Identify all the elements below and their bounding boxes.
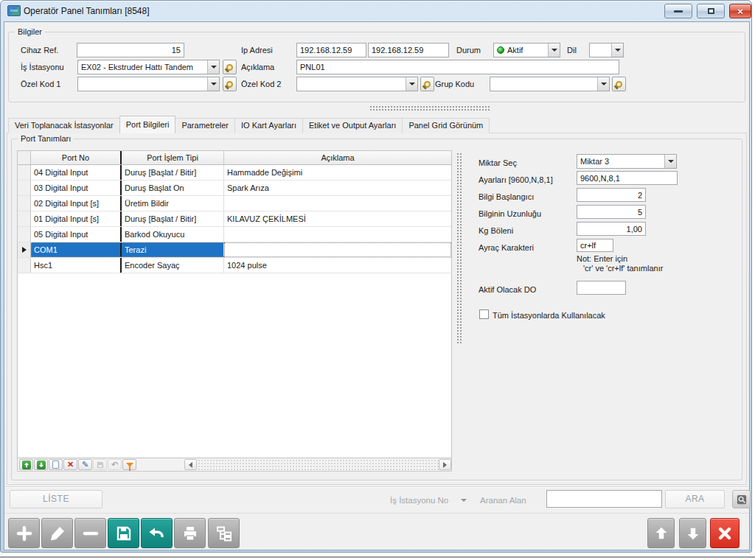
is-istasyonu-lookup-button[interactable]: [223, 60, 237, 74]
durum-combobox[interactable]: Aktif: [493, 43, 560, 57]
add-row-button[interactable]: [49, 459, 63, 470]
search-input[interactable]: [546, 490, 662, 508]
grid-cell[interactable]: Hsc1: [31, 258, 122, 273]
table-row[interactable]: 05 Digital InputBarkod Okuyucu: [18, 227, 451, 242]
print-button[interactable]: [174, 518, 206, 548]
tab-3[interactable]: IO Kart Ayarları: [234, 118, 303, 133]
ayarlari-input[interactable]: [577, 171, 678, 185]
aktif-olacak-do-input[interactable]: [577, 281, 626, 295]
hscroll-right-button[interactable]: [439, 459, 451, 470]
delete-button[interactable]: [74, 518, 106, 548]
column-header-1[interactable]: Port İşlem Tipi: [122, 151, 224, 164]
search-field-selector-label[interactable]: İş İstasyonu No: [390, 494, 448, 506]
aciklama-input[interactable]: [296, 60, 619, 74]
grid-cell[interactable]: [224, 196, 451, 211]
chevron-down-icon[interactable]: [461, 499, 467, 502]
grid-cell[interactable]: 05 Digital Input: [31, 227, 122, 242]
horizontal-splitter-grip[interactable]: [369, 105, 491, 111]
hscroll-track[interactable]: [198, 459, 439, 470]
row-indicator-cell: [18, 181, 31, 195]
dil-dropdown-button[interactable]: [611, 43, 623, 57]
vertical-splitter-grip[interactable]: [456, 153, 462, 344]
tab-5[interactable]: Panel Grid Görünüm: [402, 118, 490, 133]
table-row[interactable]: 02 Digital Input [s]Üretim Bildir: [18, 196, 451, 211]
ozel-kod1-combobox[interactable]: [77, 77, 220, 91]
table-row[interactable]: 04 Digital InputDuruş [Başlat / Bitir]Ha…: [18, 165, 451, 181]
ara-button[interactable]: ARA: [665, 490, 725, 508]
save-row-button[interactable]: [93, 459, 107, 470]
undo-row-button[interactable]: ↶: [108, 459, 122, 470]
table-row[interactable]: 03 Digital InputDuruş Başlat OnSpark Arı…: [18, 181, 451, 196]
table-row[interactable]: COM1Terazi: [18, 242, 451, 258]
grid-cell[interactable]: 01 Digital Input [s]: [31, 211, 122, 226]
cihaz-ref-input[interactable]: [77, 43, 184, 57]
grid-cell[interactable]: 03 Digital Input: [31, 181, 122, 195]
move-down-button[interactable]: [679, 518, 706, 548]
ozel-kod2-lookup-button[interactable]: [420, 77, 434, 91]
grid-cell[interactable]: Spark Arıza: [224, 181, 451, 195]
bilgi-baslangici-input[interactable]: [577, 188, 646, 202]
ozel-kod2-combobox[interactable]: [296, 77, 418, 91]
filter-button[interactable]: [122, 459, 136, 470]
restore-button[interactable]: [697, 4, 725, 18]
row-move-down-button[interactable]: [34, 459, 48, 470]
ozel-kod1-dropdown-button[interactable]: [207, 77, 219, 91]
ozel-kod2-dropdown-button[interactable]: [406, 77, 417, 91]
table-row[interactable]: Hsc1Encoder Sayaç1024 pulse: [18, 258, 451, 273]
grid-cell[interactable]: Üretim Bildir: [122, 196, 224, 211]
grid-cell[interactable]: Duruş [Başlat / Bitir]: [122, 165, 224, 180]
grid-cell[interactable]: Terazi: [122, 242, 224, 257]
find-button[interactable]: [732, 490, 751, 508]
ip-adresi-input-2[interactable]: [368, 43, 449, 57]
tab-1[interactable]: Port Bilgileri: [119, 116, 176, 133]
grid-cell[interactable]: 1024 pulse: [224, 258, 451, 273]
miktar-sec-combobox[interactable]: Miktar 3: [577, 154, 677, 169]
delete-row-button[interactable]: ✕: [63, 459, 77, 470]
tab-2[interactable]: Parametreler: [175, 118, 235, 133]
column-header-2[interactable]: Açıklama: [224, 151, 451, 164]
ayrac-karakteri-input[interactable]: [577, 239, 613, 252]
durum-dropdown-button[interactable]: [548, 43, 560, 57]
ozel-kod1-lookup-button[interactable]: [223, 77, 237, 91]
edit-button[interactable]: [41, 518, 73, 548]
grid-cell[interactable]: [224, 242, 451, 257]
save-button[interactable]: [108, 518, 139, 548]
ip-adresi-input-1[interactable]: [296, 43, 366, 57]
column-header-0[interactable]: Port No: [31, 151, 122, 164]
move-up-button[interactable]: [647, 518, 675, 548]
tree-view-button[interactable]: [208, 518, 240, 548]
kg-boleni-input[interactable]: [577, 222, 646, 236]
row-move-up-button[interactable]: [19, 459, 33, 470]
grid-cell[interactable]: Barkod Okuyucu: [122, 227, 224, 242]
exit-button[interactable]: [710, 518, 740, 548]
minimize-button[interactable]: [664, 4, 692, 18]
miktar-sec-dropdown-button[interactable]: [664, 155, 676, 168]
add-button[interactable]: [8, 518, 40, 548]
grid-cell[interactable]: Duruş [Başlat / Bitir]: [122, 211, 224, 226]
row-indicator-cell: [18, 227, 31, 242]
liste-button[interactable]: LİSTE: [10, 490, 102, 508]
edit-row-button[interactable]: ✎: [78, 459, 92, 470]
dil-combobox[interactable]: [589, 43, 624, 57]
grid-cell[interactable]: Encoder Sayaç: [122, 258, 224, 273]
grid-cell[interactable]: KILAVUZ ÇEKİLMESİ: [224, 211, 451, 226]
grid-cell[interactable]: Hammadde Değişimi: [224, 165, 451, 180]
bilginin-uzunlugu-input[interactable]: [577, 205, 646, 219]
table-row[interactable]: 01 Digital Input [s]Duruş [Başlat / Biti…: [18, 211, 451, 227]
is-istasyonu-combobox[interactable]: EX02 - Ekstruder Hattı Tandem: [77, 60, 220, 74]
grid-cell[interactable]: COM1: [31, 242, 122, 257]
tum-istasyonlarda-checkbox[interactable]: [479, 309, 489, 319]
grid-cell[interactable]: Duruş Başlat On: [122, 181, 224, 195]
grid-cell[interactable]: 02 Digital Input [s]: [31, 196, 122, 211]
grup-kodu-dropdown-button[interactable]: [597, 77, 609, 91]
tab-4[interactable]: Etiket ve Output Ayarları: [302, 118, 403, 133]
undo-button[interactable]: [141, 518, 173, 548]
grup-kodu-lookup-button[interactable]: [612, 77, 626, 91]
is-istasyonu-dropdown-button[interactable]: [207, 60, 219, 74]
grid-cell[interactable]: 04 Digital Input: [31, 165, 122, 180]
grid-cell[interactable]: [224, 227, 451, 242]
hscroll-left-button[interactable]: [184, 459, 197, 470]
grup-kodu-combobox[interactable]: [490, 77, 610, 91]
tab-0[interactable]: Veri Toplanacak İstasyonlar: [8, 118, 120, 133]
close-button[interactable]: ×: [729, 4, 751, 18]
